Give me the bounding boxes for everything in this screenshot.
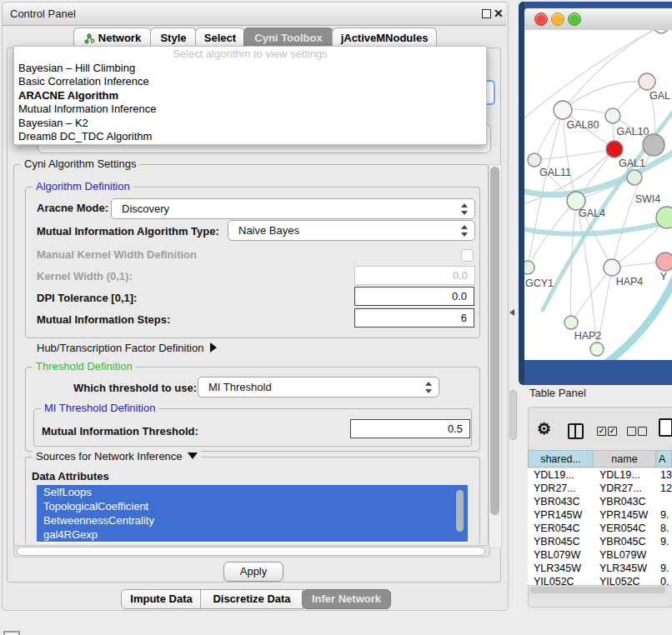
checked-checkbox-icon[interactable]: ✓ bbox=[608, 427, 617, 436]
network-node[interactable] bbox=[627, 170, 642, 185]
algorithm-list: Bayesian – Hill ClimbingBasic Correlatio… bbox=[14, 62, 486, 143]
tab-impute-data[interactable]: Impute Data bbox=[121, 589, 202, 609]
algorithm-placeholder: Select algorithm to view settings bbox=[14, 47, 486, 62]
split-columns-icon[interactable] bbox=[568, 423, 584, 439]
table-panel-title: Table Panel bbox=[529, 385, 586, 402]
aracne-mode-select[interactable]: Discovery bbox=[111, 198, 475, 219]
dock-window-icon[interactable] bbox=[3, 631, 20, 635]
column-header[interactable]: A bbox=[655, 450, 672, 468]
splitter-collapse-arrow[interactable] bbox=[509, 309, 514, 316]
gear-icon[interactable]: ⚙ bbox=[537, 419, 551, 438]
network-node[interactable] bbox=[604, 259, 620, 276]
document-icon[interactable] bbox=[659, 418, 672, 437]
table-row[interactable]: YBL079WYBL079W bbox=[528, 548, 672, 562]
kernel-width-field[interactable]: 0.0 bbox=[354, 266, 475, 285]
horizontal-scrollbar-thumb[interactable] bbox=[17, 547, 485, 556]
table-row[interactable]: YDL19...YDL19...13 bbox=[528, 468, 672, 482]
mi-algorithm-type-select[interactable]: Naive Bayes bbox=[228, 220, 475, 241]
table-row[interactable]: YBR045CYBR045C9. bbox=[528, 535, 672, 548]
network-node-label: GAL4 bbox=[579, 208, 605, 219]
manual-kernel-checkbox[interactable] bbox=[461, 249, 474, 262]
list-scrollbar-thumb[interactable] bbox=[456, 490, 464, 532]
attribute-item[interactable]: gal4RGexp bbox=[37, 528, 468, 542]
network-edge[interactable] bbox=[528, 110, 563, 268]
checked-checkbox-icon[interactable]: ✓ bbox=[597, 427, 606, 436]
dpi-tolerance-label: DPI Tolerance [0,1]: bbox=[37, 290, 137, 307]
attribute-item[interactable]: TopologicalCoefficient bbox=[37, 499, 468, 513]
attribute-item[interactable]: SelfLoops bbox=[37, 485, 468, 499]
mi-type-value: Naive Bayes bbox=[238, 224, 299, 237]
group-title: Threshold Definition bbox=[33, 360, 136, 372]
spinner-arrows-icon bbox=[460, 224, 468, 238]
unchecked-checkbox-icon[interactable] bbox=[638, 427, 647, 436]
algorithm-option[interactable]: Mutual Information Inference bbox=[14, 102, 486, 116]
mi-steps-field[interactable]: 6 bbox=[354, 308, 474, 328]
network-edge-thick[interactable] bbox=[606, 277, 672, 360]
zoom-traffic-light-icon[interactable] bbox=[568, 12, 581, 26]
network-edge[interactable] bbox=[534, 149, 614, 160]
table-row[interactable]: YPR145WYPR145W9. bbox=[528, 508, 672, 522]
vertical-scrollbar-thumb[interactable] bbox=[490, 167, 499, 515]
group-title: Cyni Algorithm Settings bbox=[21, 158, 139, 170]
manual-kernel-label: Manual Kernel Width Definition bbox=[37, 247, 197, 263]
network-node[interactable] bbox=[656, 207, 672, 228]
algorithm-option[interactable]: Basic Correlation Inference bbox=[14, 75, 486, 88]
mi-steps-label: Mutual Information Steps: bbox=[37, 312, 170, 328]
panel-splitter-handle[interactable] bbox=[509, 390, 517, 440]
network-view[interactable]: GALGAL80GAL10GAL11GAL1GAL4SWI4GCY1HAP4YH… bbox=[524, 30, 672, 360]
algorithm-option[interactable]: Bayesian – K2 bbox=[14, 117, 486, 130]
table-row[interactable]: YIL052CYIL052C0. bbox=[528, 575, 672, 585]
network-window-frame-edge bbox=[519, 2, 524, 385]
network-node-label: SWI4 bbox=[635, 193, 661, 205]
which-threshold-select[interactable]: MI Threshold bbox=[198, 377, 439, 398]
network-canvas-svg: GALGAL80GAL10GAL11GAL1GAL4SWI4GCY1HAP4YH… bbox=[524, 30, 672, 360]
network-edge[interactable] bbox=[563, 30, 661, 110]
apply-button[interactable]: Apply bbox=[223, 562, 283, 582]
close-icon[interactable]: ✕ bbox=[494, 2, 504, 25]
float-window-icon[interactable] bbox=[482, 9, 491, 18]
algorithm-option[interactable]: ARACNE Algorithm bbox=[14, 89, 486, 102]
tab-infer-network[interactable]: Infer Network bbox=[302, 589, 391, 609]
mi-threshold-field[interactable]: 0.5 bbox=[350, 419, 470, 438]
table-row[interactable]: YLR345WYLR345W9. bbox=[528, 562, 672, 575]
attribute-item[interactable]: BetweennessCentrality bbox=[37, 513, 468, 528]
network-node[interactable] bbox=[639, 73, 655, 90]
network-node-label: HAP4 bbox=[616, 276, 644, 288]
network-node[interactable] bbox=[606, 141, 623, 158]
table-row[interactable]: YBR043CYBR043C bbox=[528, 495, 672, 508]
network-node[interactable] bbox=[524, 261, 534, 274]
aracne-mode-value: Discovery bbox=[122, 202, 169, 215]
algorithm-option[interactable]: Dream8 DC_TDC Algorithm bbox=[14, 130, 486, 143]
data-attributes-list[interactable]: SelfLoopsTopologicalCoefficientBetweenne… bbox=[37, 485, 468, 543]
table-horizontal-scrollbar-thumb[interactable] bbox=[530, 587, 665, 593]
algorithm-option[interactable]: Bayesian – Hill Climbing bbox=[14, 62, 486, 75]
column-header[interactable]: shared... bbox=[528, 450, 594, 468]
dpi-tolerance-field[interactable]: 0.0 bbox=[354, 287, 474, 306]
column-header[interactable]: name bbox=[593, 450, 656, 468]
hub-definition-toggle[interactable]: Hub/Transcription Factor Definition bbox=[37, 340, 217, 357]
which-threshold-label: Which threshold to use: bbox=[73, 380, 197, 397]
network-node[interactable] bbox=[590, 342, 604, 356]
minimize-traffic-light-icon[interactable] bbox=[551, 12, 564, 26]
network-edge[interactable] bbox=[571, 201, 576, 322]
close-traffic-light-icon[interactable] bbox=[534, 12, 548, 26]
data-attributes-label: Data Attributes bbox=[32, 468, 109, 485]
network-node[interactable] bbox=[554, 101, 572, 119]
unchecked-checkbox-icon[interactable] bbox=[627, 427, 636, 436]
table-row[interactable]: YDR27...YDR27...12 bbox=[528, 482, 672, 495]
expanded-arrow-icon bbox=[188, 452, 198, 459]
network-node[interactable] bbox=[654, 30, 669, 33]
network-node[interactable] bbox=[528, 153, 541, 167]
network-node[interactable] bbox=[564, 316, 578, 329]
network-node[interactable] bbox=[605, 108, 620, 123]
network-node[interactable] bbox=[656, 252, 672, 271]
table-row[interactable]: YER054CYER054C8. bbox=[528, 522, 672, 535]
tab-discretize-data[interactable]: Discretize Data bbox=[200, 589, 303, 609]
network-edge-thick[interactable] bbox=[524, 220, 672, 234]
network-edge[interactable] bbox=[563, 82, 647, 110]
network-tab-icon bbox=[84, 33, 95, 44]
hub-definition-label: Hub/Transcription Factor Definition bbox=[37, 342, 203, 354]
sources-toggle[interactable]: Sources for Network Inference bbox=[33, 450, 201, 462]
network-node[interactable] bbox=[643, 134, 664, 156]
horizontal-scrollbar[interactable] bbox=[13, 545, 490, 558]
